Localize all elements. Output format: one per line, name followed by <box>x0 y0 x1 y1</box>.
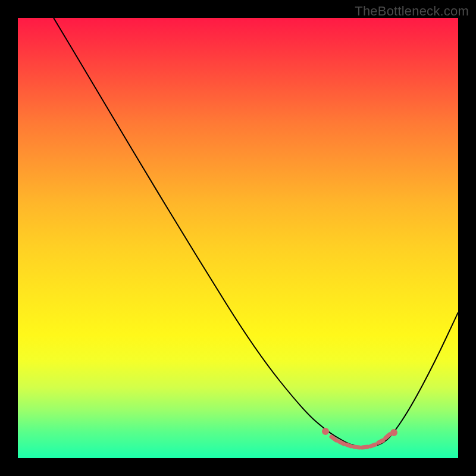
watermark-text: TheBottleneck.com <box>355 4 469 19</box>
marker-dash <box>378 440 383 443</box>
chart-frame: TheBottleneck.com <box>0 0 476 476</box>
plot-area <box>18 18 458 458</box>
marker-dot <box>322 428 329 435</box>
marker-dash <box>386 434 390 438</box>
marker-dash <box>371 444 375 446</box>
marker-dash <box>346 444 351 446</box>
marker-dash <box>331 437 336 440</box>
bottleneck-curve <box>54 18 458 447</box>
curve-svg <box>18 18 458 458</box>
trough-markers <box>322 428 397 447</box>
marker-dash <box>339 441 344 444</box>
marker-dash <box>354 447 359 447</box>
marker-dash <box>362 447 368 447</box>
